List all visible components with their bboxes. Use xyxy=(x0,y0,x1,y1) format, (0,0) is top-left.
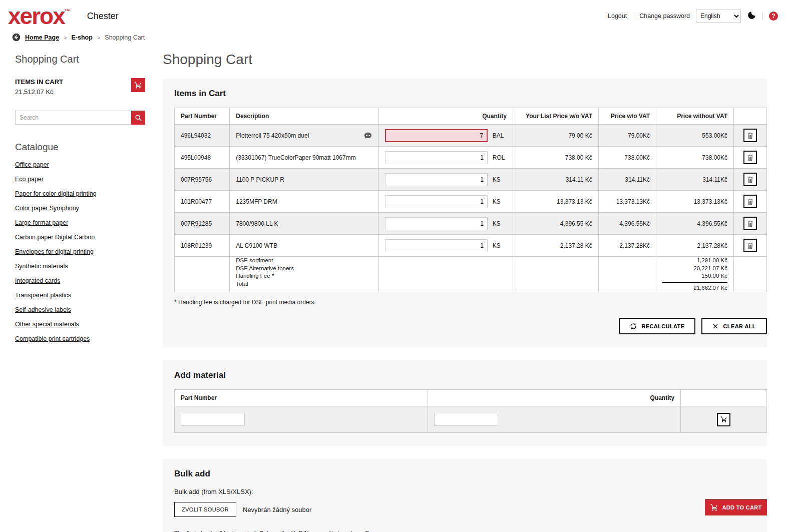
catalogue-link[interactable]: Paper for color digital printing xyxy=(15,190,97,197)
quantity-input[interactable] xyxy=(385,129,488,142)
breadcrumb-separator: > xyxy=(97,35,100,41)
xerox-logo[interactable]: xerox™ xyxy=(8,5,70,28)
back-icon[interactable] xyxy=(12,33,21,42)
breadcrumb-eshop[interactable]: E-shop xyxy=(72,34,93,41)
catalogue-link[interactable]: Synthetic materials xyxy=(15,263,68,270)
delete-cell xyxy=(734,191,767,213)
quantity-input[interactable] xyxy=(385,173,488,186)
description: (33301067) TrueColorPaper 90matt 1067mm xyxy=(236,154,372,161)
cart-icon xyxy=(720,416,727,423)
catalogue-list-item: Transparent plastics xyxy=(15,290,145,299)
items-in-cart-label: ITEMS IN CART xyxy=(15,78,131,86)
trash-icon xyxy=(747,132,753,139)
description: 1235MFP DRM xyxy=(236,198,372,205)
price-without-vat-cell: 13,373.13Kč xyxy=(656,191,734,213)
part-number-cell: 101R00477 xyxy=(175,191,230,213)
breadcrumb: Home Page > E-shop > Shopping Cart xyxy=(0,30,788,47)
catalogue-link[interactable]: Transparent plastics xyxy=(15,292,71,299)
description: Plotterroll 75 420x50m duel xyxy=(236,132,359,139)
search-icon xyxy=(135,114,142,122)
catalogue-list-item: Envelopes for digital printing xyxy=(15,247,145,256)
catalogue-link[interactable]: Envelopes for digital printing xyxy=(15,248,94,255)
sidebar: Shopping Cart ITEMS IN CART 21,512.07 Kč… xyxy=(15,52,145,348)
catalogue-link[interactable]: Compatible print cartridges xyxy=(15,335,90,342)
change-password-link[interactable]: Change password xyxy=(639,13,690,20)
catalogue-title: Catalogue xyxy=(15,142,145,153)
quantity-input[interactable] xyxy=(385,151,488,164)
cart-icon xyxy=(710,503,718,511)
catalogue-link[interactable]: Color paper Symphony xyxy=(15,205,79,212)
catalogue-list-item: Office paper xyxy=(15,160,145,169)
delete-item-button[interactable] xyxy=(743,195,757,208)
breadcrumb-home[interactable]: Home Page xyxy=(25,34,59,41)
add-to-cart-row-button[interactable] xyxy=(717,413,730,426)
clear-all-button[interactable]: CLEAR ALL xyxy=(701,318,767,334)
delete-cell xyxy=(734,169,767,191)
recalculate-button[interactable]: RECALCULATE xyxy=(619,318,695,334)
quantity-input[interactable] xyxy=(385,217,488,230)
delete-item-button[interactable] xyxy=(743,151,757,164)
part-number: 007R95756 xyxy=(181,176,212,183)
add-to-cart-label: ADD TO CART xyxy=(722,504,762,510)
catalogue-link[interactable]: Eco paper xyxy=(15,176,44,183)
column-price: Price w/o VAT xyxy=(598,108,656,125)
catalogue-links: Office paperEco paperPaper for color dig… xyxy=(15,160,145,343)
column-quantity: Quantity xyxy=(428,390,681,406)
comment-icon[interactable] xyxy=(363,131,372,140)
description-cell: Plotterroll 75 420x50m duel xyxy=(230,125,379,147)
catalogue-link[interactable]: Other special materials xyxy=(15,321,79,328)
price-without-vat-cell: 314.11Kč xyxy=(656,169,734,191)
logout-link[interactable]: Logout xyxy=(608,13,627,20)
add-to-cart-button[interactable]: ADD TO CART xyxy=(705,499,767,515)
delete-cell xyxy=(734,147,767,169)
catalogue-link[interactable]: Self-adhesive labels xyxy=(15,306,71,313)
refresh-icon xyxy=(630,323,637,330)
summary-empty-cell xyxy=(513,257,598,292)
part-number-cell: 007R95756 xyxy=(175,169,230,191)
items-in-cart-heading: Items in Cart xyxy=(174,89,767,99)
delete-cell xyxy=(734,125,767,147)
trash-icon xyxy=(747,154,753,161)
catalogue-link[interactable]: Office paper xyxy=(15,161,49,168)
search-button[interactable] xyxy=(131,111,145,125)
cart-icon xyxy=(134,81,142,89)
choose-file-button[interactable]: ZVOLIT SOUBOR xyxy=(174,502,236,517)
column-actions xyxy=(734,108,767,125)
language-select[interactable]: English xyxy=(696,10,741,23)
quantity-input[interactable] xyxy=(385,239,488,252)
list-price-cell: 738.00 Kč xyxy=(513,147,598,169)
delete-item-button[interactable] xyxy=(743,129,757,142)
price-without-vat-cell: 4,396.55Kč xyxy=(656,213,734,235)
quantity-input[interactable] xyxy=(385,195,488,208)
help-button[interactable]: ? xyxy=(769,12,778,21)
unit-label: KS xyxy=(493,220,507,227)
summary-label: DSE sortiment xyxy=(236,257,372,265)
delete-item-button[interactable] xyxy=(743,239,757,252)
summary-empty-cell xyxy=(734,257,767,292)
description-cell: AL C9100 WTB xyxy=(230,235,379,257)
summary-value: 20,221.07 Kč xyxy=(662,265,727,273)
items-in-cart-value: 21,512.07 Kč xyxy=(15,88,131,96)
delete-item-button[interactable] xyxy=(743,217,757,230)
catalogue-link[interactable]: Large format paper xyxy=(15,219,68,226)
unit-label: ROL xyxy=(493,154,507,161)
catalogue-link[interactable]: Carbon paper Digital Carbon xyxy=(15,234,95,241)
search-input[interactable] xyxy=(15,111,131,125)
dark-mode-toggle[interactable] xyxy=(747,11,756,22)
part-number-cell: 108R01239 xyxy=(175,235,230,257)
catalogue-list-item: Other special materials xyxy=(15,319,145,328)
add-quantity-input[interactable] xyxy=(434,413,498,426)
search-bar xyxy=(15,111,145,125)
part-number: 108R01239 xyxy=(181,242,212,249)
cart-button[interactable] xyxy=(131,78,145,92)
description-cell: 7800/9800 LL K xyxy=(230,213,379,235)
summary-total-divider xyxy=(662,282,727,283)
sidebar-title: Shopping Cart xyxy=(15,54,145,65)
delete-item-button[interactable] xyxy=(743,173,757,186)
add-material-heading: Add material xyxy=(174,370,767,380)
items-in-cart-card: Items in Cart Part Number Description Qu… xyxy=(163,79,767,347)
add-part-number-input[interactable] xyxy=(181,413,245,426)
delete-cell xyxy=(734,235,767,257)
catalogue-link[interactable]: Integrated cards xyxy=(15,277,60,284)
page-title: Shopping Cart xyxy=(163,52,767,68)
